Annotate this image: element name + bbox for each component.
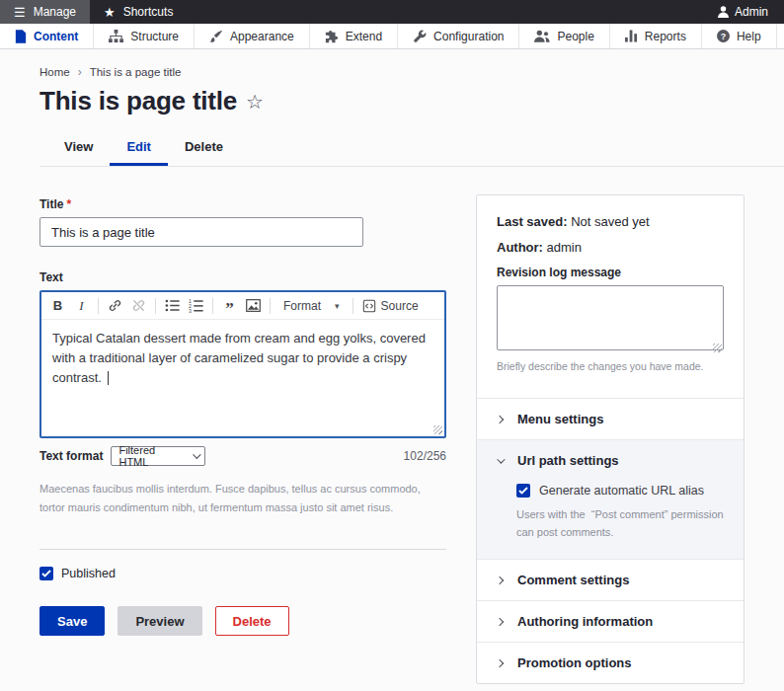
menu-item-appearance[interactable]: Appearance — [195, 24, 310, 48]
text-format-row: Text format Filtered HTML 102/256 — [39, 446, 446, 466]
unlink-icon — [131, 298, 146, 313]
url-alias-label: Generate automatic URL alias — [539, 484, 704, 498]
menu-label: Extend — [346, 30, 382, 43]
source-button[interactable]: Source — [362, 299, 419, 313]
admin-user-menu[interactable]: Admin — [704, 0, 784, 24]
bar-chart-icon — [625, 30, 638, 42]
preview-button[interactable]: Preview — [118, 606, 201, 636]
tab-edit[interactable]: Edit — [110, 131, 168, 166]
revision-log-description: Briefly describe the changes you have ma… — [497, 360, 724, 372]
section-label: Url path settings — [517, 453, 619, 468]
tab-delete[interactable]: Delete — [168, 131, 240, 166]
page-title: This is page title ☆ — [39, 86, 446, 116]
revision-log-textarea[interactable] — [497, 285, 724, 350]
menu-item-configuration[interactable]: Configuration — [398, 24, 519, 48]
last-saved-label: Last saved: — [497, 214, 568, 229]
shortcuts-menu-item[interactable]: ★ Shortcuts — [90, 0, 187, 24]
toolbar-separator — [270, 298, 271, 314]
chevron-right-icon — [496, 659, 504, 667]
node-edit-form: Title* Text B I — [39, 197, 446, 636]
format-dropdown-label: Format — [283, 299, 321, 313]
people-icon — [534, 30, 550, 42]
bookmark-star-icon[interactable]: ☆ — [246, 90, 264, 114]
bold-button[interactable]: B — [50, 297, 65, 314]
checkmark-icon — [41, 570, 51, 577]
resize-handle[interactable] — [713, 344, 722, 352]
breadcrumb-home-link[interactable]: Home — [39, 66, 70, 78]
form-actions: Save Preview Delete — [39, 606, 446, 636]
format-dropdown[interactable]: Format ▾ — [279, 299, 344, 313]
section-authoring-information: Authoring information — [477, 600, 744, 642]
toolbar-separator — [98, 298, 99, 314]
author-label: Author: — [497, 240, 543, 255]
title-input[interactable] — [39, 217, 363, 247]
published-row: Published — [39, 567, 446, 580]
section-comment-settings: Comment settings — [477, 559, 744, 600]
bulleted-list-button[interactable] — [165, 297, 180, 314]
numbered-list-button[interactable]: 123 — [189, 297, 203, 314]
last-saved-line: Last saved: Not saved yet — [497, 214, 724, 229]
menu-label: People — [557, 30, 593, 43]
url-alias-checkbox[interactable] — [516, 484, 530, 498]
section-label: Authoring information — [517, 614, 653, 629]
section-promotion-options: Promotion options — [477, 642, 744, 683]
editor-toolbar: B I 123 — [41, 292, 444, 320]
link-button[interactable] — [108, 297, 122, 314]
primary-tabs: View Edit Delete — [39, 131, 784, 167]
published-checkbox[interactable] — [39, 567, 53, 580]
save-button[interactable]: Save — [39, 606, 105, 636]
text-field-label: Text — [39, 270, 446, 284]
revision-log-label: Revision log message — [497, 266, 724, 279]
sitemap-icon — [109, 30, 123, 43]
unlink-button[interactable] — [131, 297, 146, 314]
star-icon: ★ — [104, 6, 116, 19]
author-value: admin — [547, 240, 582, 255]
menu-item-content[interactable]: Content — [0, 24, 94, 48]
text-format-select[interactable]: Filtered HTML — [111, 446, 205, 466]
bulleted-list-icon — [165, 298, 180, 313]
italic-button[interactable]: I — [74, 297, 89, 314]
delete-button[interactable]: Delete — [215, 606, 289, 636]
manage-menu-item[interactable]: ☰ Manage — [0, 0, 90, 24]
section-url-path-settings: Url path settings Generate automatic URL… — [477, 439, 744, 559]
required-marker: * — [66, 197, 71, 211]
menu-item-structure[interactable]: Structure — [94, 24, 195, 48]
url-path-settings-toggle[interactable]: Url path settings — [477, 439, 744, 481]
tab-view[interactable]: View — [47, 131, 110, 166]
menu-label: Content — [34, 30, 78, 43]
menu-item-extend[interactable]: Extend — [310, 24, 398, 48]
menu-settings-toggle[interactable]: Menu settings — [477, 398, 744, 439]
blockquote-button[interactable]: ” — [222, 297, 237, 314]
authoring-information-toggle[interactable]: Authoring information — [477, 600, 744, 642]
puzzle-icon — [325, 30, 339, 43]
paintbrush-icon — [209, 30, 223, 43]
chevron-right-icon: › — [78, 65, 82, 79]
title-label-text: Title — [39, 197, 63, 211]
chevron-right-icon — [496, 415, 504, 422]
toolbar-separator — [353, 298, 353, 314]
url-alias-description: Users with the “Post comment” permission… — [516, 505, 724, 541]
menu-item-people[interactable]: People — [519, 24, 609, 48]
source-button-label: Source — [381, 299, 419, 313]
text-format-value: Filtered HTML — [118, 444, 182, 468]
published-label: Published — [61, 567, 116, 580]
resize-handle[interactable] — [433, 425, 442, 434]
settings-accordion: Menu settings Url path settings Generate… — [477, 398, 744, 683]
editor-body[interactable]: Typical Catalan dessert made from cream … — [41, 320, 444, 436]
comment-settings-toggle[interactable]: Comment settings — [477, 559, 744, 600]
menu-item-help[interactable]: ? Help — [702, 24, 777, 48]
promotion-options-toggle[interactable]: Promotion options — [477, 642, 744, 683]
menu-item-reports[interactable]: Reports — [610, 24, 702, 48]
question-icon: ? — [717, 30, 730, 42]
text-cursor — [108, 371, 109, 385]
image-button[interactable] — [246, 297, 261, 314]
admin-menu-bar: Content Structure Appearance Extend Conf… — [0, 24, 784, 49]
chevron-right-icon — [496, 576, 504, 584]
toolbar-separator — [155, 298, 156, 314]
section-label: Comment settings — [517, 573, 629, 587]
chevron-down-icon — [193, 450, 200, 458]
admin-toolbar: ☰ Manage ★ Shortcuts Admin — [0, 0, 784, 24]
menu-label: Reports — [645, 30, 686, 43]
breadcrumb-current: This is a page title — [90, 66, 182, 78]
chevron-down-icon: ▾ — [335, 301, 340, 311]
